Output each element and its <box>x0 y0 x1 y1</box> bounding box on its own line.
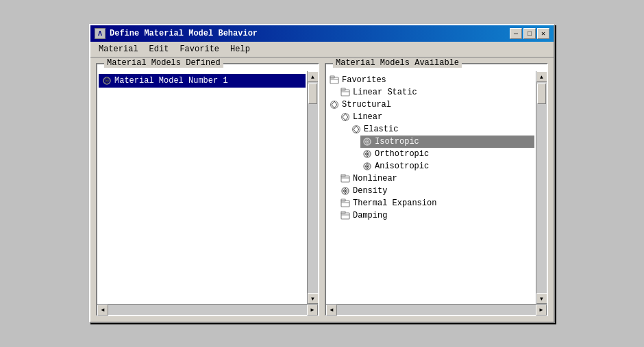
menu-edit[interactable]: Edit <box>144 43 175 55</box>
minimize-button[interactable]: — <box>510 28 522 39</box>
svg-marker-14 <box>354 126 359 133</box>
isotropic-label: Isotropic <box>375 137 419 146</box>
tree-item-structural[interactable]: Structural <box>327 99 534 111</box>
density-icon <box>340 185 351 196</box>
elastic-label: Elastic <box>364 125 398 134</box>
tree-item-nonlinear[interactable]: Nonlinear <box>338 172 534 185</box>
left-scroll-down[interactable]: ▼ <box>308 293 319 304</box>
tree-item-damping[interactable]: Damping <box>338 209 534 222</box>
svg-point-20 <box>367 153 369 155</box>
orthotropic-label: Orthotropic <box>375 149 429 159</box>
left-panel: Material Models Defined Material Model N… <box>96 63 319 316</box>
favorites-label: Favorites <box>342 75 386 85</box>
density-label: Density <box>353 186 387 196</box>
damping-icon <box>340 210 351 221</box>
linear-static-label: Linear Static <box>353 88 417 97</box>
title-buttons: — □ ✕ <box>510 28 549 39</box>
left-panel-inner: Material Model Number 1 ▲ ▼ <box>97 71 318 304</box>
right-hscroll-track <box>337 305 536 315</box>
orthotropic-icon <box>362 149 373 159</box>
tree-item-isotropic[interactable]: Isotropic <box>360 136 534 148</box>
left-panel-content: Material Model Number 1 <box>97 71 307 304</box>
right-scrollbar-v: ▲ ▼ <box>536 71 547 304</box>
right-scroll-thumb[interactable] <box>537 83 546 104</box>
svg-marker-12 <box>343 114 348 120</box>
content-area: Material Models Defined Material Model N… <box>90 57 554 322</box>
nonlinear-label: Nonlinear <box>353 174 397 183</box>
svg-point-17 <box>367 141 369 143</box>
nonlinear-icon <box>340 173 351 184</box>
structural-icon <box>329 99 340 110</box>
anisotropic-label: Anisotropic <box>375 162 429 171</box>
window-title: Define Material Model Behavior <box>110 29 258 38</box>
linear-static-icon <box>340 87 351 98</box>
app-icon: Λ <box>95 28 106 39</box>
maximize-button[interactable]: □ <box>523 28 536 39</box>
tree-item-orthotropic[interactable]: Orthotropic <box>360 148 534 160</box>
main-window: Λ Define Material Model Behavior — □ ✕ M… <box>89 24 555 323</box>
tree-item-linear-static[interactable]: Linear Static <box>338 86 534 99</box>
isotropic-icon <box>362 136 373 147</box>
structural-label: Structural <box>342 100 391 110</box>
left-scroll-thumb[interactable] <box>308 83 317 104</box>
linear-icon <box>340 112 351 123</box>
right-panel-inner: Favorites Linear Static <box>326 71 547 304</box>
left-hscroll: ◀ ▶ <box>97 304 318 315</box>
material-model-1[interactable]: Material Model Number 1 <box>99 74 306 88</box>
left-scrollbar-v: ▲ ▼ <box>307 71 318 304</box>
damping-label: Damping <box>353 211 387 220</box>
material-icon <box>101 75 112 86</box>
tree-item-elastic[interactable]: Elastic <box>349 123 534 136</box>
menu-favorite[interactable]: Favorite <box>174 43 225 55</box>
left-scroll-track <box>308 82 318 293</box>
tree-item-density[interactable]: Density <box>338 185 534 197</box>
favorites-icon <box>329 75 340 86</box>
thermal-expansion-label: Thermal Expansion <box>353 198 436 208</box>
elastic-icon <box>351 124 362 135</box>
left-hscroll-right[interactable]: ▶ <box>307 305 318 316</box>
menu-material[interactable]: Material <box>93 43 144 55</box>
tree-item-thermal-expansion[interactable]: Thermal Expansion <box>338 197 534 209</box>
thermal-expansion-icon <box>340 198 351 209</box>
menu-help[interactable]: Help <box>225 43 256 55</box>
right-hscroll-left[interactable]: ◀ <box>326 305 337 316</box>
right-panel: Material Models Available Favorites <box>325 63 548 316</box>
svg-point-23 <box>367 166 369 168</box>
left-scroll-up[interactable]: ▲ <box>308 71 319 82</box>
left-hscroll-left[interactable]: ◀ <box>97 305 108 316</box>
left-panel-legend: Material Models Defined <box>104 58 223 68</box>
right-scroll-track <box>536 82 547 293</box>
tree-item-favorites[interactable]: Favorites <box>327 74 534 86</box>
svg-marker-10 <box>332 101 337 108</box>
svg-point-29 <box>345 190 347 192</box>
right-panel-content: Favorites Linear Static <box>326 71 536 304</box>
tree-item-anisotropic[interactable]: Anisotropic <box>360 160 534 172</box>
right-panel-legend: Material Models Available <box>333 58 462 68</box>
linear-label: Linear <box>353 112 382 122</box>
right-scroll-down[interactable]: ▼ <box>536 293 547 304</box>
right-hscroll: ◀ ▶ <box>326 304 547 315</box>
right-scroll-up[interactable]: ▲ <box>536 71 547 82</box>
menubar: Material Edit Favorite Help <box>90 42 554 57</box>
svg-point-2 <box>106 80 108 82</box>
anisotropic-icon <box>362 161 373 172</box>
close-button[interactable]: ✕ <box>537 28 549 39</box>
title-bar-left: Λ Define Material Model Behavior <box>95 28 258 39</box>
right-hscroll-right[interactable]: ▶ <box>536 305 547 316</box>
tree-item-linear[interactable]: Linear <box>338 111 534 123</box>
material-model-1-label: Material Model Number 1 <box>114 76 228 86</box>
left-hscroll-track <box>108 305 307 315</box>
title-bar: Λ Define Material Model Behavior — □ ✕ <box>90 25 554 42</box>
